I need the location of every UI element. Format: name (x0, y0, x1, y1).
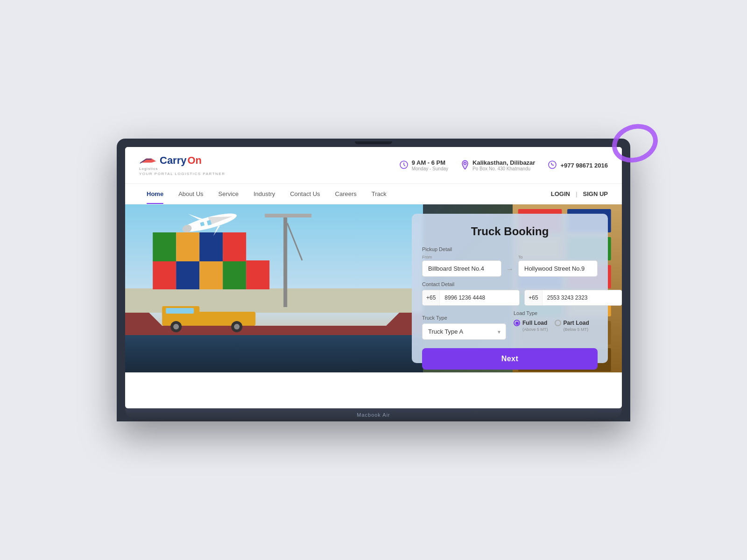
svg-rect-12 (176, 232, 199, 261)
phone2-input[interactable] (543, 290, 622, 305)
full-load-sub: (Above 5 MT) (522, 327, 548, 332)
full-load-label: Full Load (522, 320, 547, 326)
nav-service[interactable]: Service (211, 184, 246, 204)
next-button[interactable]: Next (422, 348, 598, 370)
nav-signup[interactable]: SIGN UP (583, 190, 608, 197)
phone2-container: +65 (524, 290, 622, 306)
location-main: Kalikasthan, Dilibazar (472, 159, 535, 166)
full-load-option[interactable]: Full Load (Above 5 MT) (514, 320, 548, 332)
tagline: YOUR PORTAL LOGISTICS PARTNER (139, 172, 225, 176)
nav-divider: | (576, 190, 578, 197)
truck-type-container: Truck Type Truck Type A Truck Type B Tru… (422, 310, 506, 340)
nav-about[interactable]: About Us (171, 184, 211, 204)
phone-main: +977 98671 2016 (560, 162, 608, 169)
nav-auth: LOGIN | SIGN UP (551, 190, 608, 197)
svg-point-22 (173, 324, 179, 329)
header-info: 9 AM - 6 PM Monday - Sunday (400, 159, 608, 171)
info-item-phone: +977 98671 2016 (548, 161, 608, 170)
logo: Carry On (139, 154, 225, 167)
nav-industry[interactable]: Industry (246, 184, 282, 204)
laptop-label: Macbook Air (357, 412, 390, 418)
phone2-field: +65 (524, 290, 622, 306)
svg-rect-13 (199, 232, 223, 261)
from-field: From (422, 255, 501, 277)
part-load-radio[interactable] (555, 320, 561, 326)
part-load-sub: (Below 5 MT) (564, 327, 589, 332)
nav-login[interactable]: LOGIN (551, 190, 570, 197)
nav-careers[interactable]: Careers (328, 184, 364, 204)
location-sub: Po Box No. 430 Khatmandu (472, 166, 535, 171)
logo-on: On (187, 154, 202, 167)
laptop-base: Macbook Air (125, 408, 622, 421)
form-title: Truck Booking (422, 225, 598, 238)
clock-icon (400, 161, 408, 170)
svg-rect-20 (166, 308, 194, 314)
svg-rect-9 (223, 260, 246, 289)
laptop-frame: Carry On Logistics YOUR PORTAL LOGISTICS… (117, 139, 630, 421)
logo-area: Carry On Logistics YOUR PORTAL LOGISTICS… (139, 154, 225, 176)
part-load-label: Part Load (564, 320, 589, 326)
logo-arrow-icon (139, 156, 157, 165)
arrow-to-icon: → (506, 255, 514, 277)
info-item-location: Kalikasthan, Dilibazar Po Box No. 430 Kh… (461, 159, 535, 171)
location-icon (461, 160, 469, 171)
phone1-prefix: +65 (423, 290, 440, 305)
time-main: 9 AM - 6 PM (412, 159, 448, 166)
load-type-label: Load Type (514, 310, 598, 316)
full-load-row: Full Load (514, 320, 547, 326)
part-load-option[interactable]: Part Load (Below 5 MT) (555, 320, 589, 332)
from-label: From (422, 255, 501, 259)
select-wrapper: Truck Type A Truck Type B Truck Type C ▼ (422, 323, 506, 340)
svg-rect-7 (176, 260, 199, 289)
svg-rect-14 (223, 232, 246, 261)
contact-row: +65 +65 (422, 290, 598, 306)
svg-rect-16 (265, 214, 311, 217)
hero-section: Truck Booking Pickup Detail From → To (125, 204, 622, 372)
nav-contact[interactable]: Contact Us (282, 184, 327, 204)
full-load-radio[interactable] (514, 320, 520, 326)
phone1-input[interactable] (440, 290, 519, 305)
nav-track[interactable]: Track (364, 184, 394, 204)
to-field: To (518, 255, 598, 277)
from-input[interactable] (422, 260, 501, 277)
laptop-screen: Carry On Logistics YOUR PORTAL LOGISTICS… (125, 147, 622, 408)
svg-rect-8 (199, 260, 223, 289)
svg-rect-11 (153, 232, 176, 261)
time-sub: Monday - Sunday (412, 166, 448, 171)
info-item-time: 9 AM - 6 PM Monday - Sunday (400, 159, 448, 171)
laptop-notch (355, 141, 392, 144)
phone-icon (548, 161, 557, 170)
pickup-detail-label: Pickup Detail (422, 246, 598, 252)
nav-links: Home About Us Service Industry Contact U… (139, 184, 394, 204)
svg-rect-15 (283, 214, 287, 307)
nav-home[interactable]: Home (139, 184, 171, 204)
svg-rect-10 (246, 260, 269, 289)
header: Carry On Logistics YOUR PORTAL LOGISTICS… (125, 147, 622, 184)
website: Carry On Logistics YOUR PORTAL LOGISTICS… (125, 147, 622, 372)
phone1-container: +65 (422, 290, 520, 306)
hero-scene-svg (125, 204, 423, 372)
pickup-row: From → To (422, 255, 598, 277)
contact-detail-label: Contact Detail (422, 281, 598, 287)
outer-wrapper: Carry On Logistics YOUR PORTAL LOGISTICS… (117, 139, 630, 421)
logo-carry: Carry (160, 154, 186, 167)
svg-rect-6 (153, 260, 176, 289)
part-load-row: Part Load (555, 320, 589, 326)
phone2-prefix: +65 (525, 290, 542, 305)
load-type-container: Load Type Full Load (Above 5 MT) (514, 310, 598, 332)
radio-options: Full Load (Above 5 MT) Part Load (514, 320, 598, 332)
truck-type-select[interactable]: Truck Type A Truck Type B Truck Type C (422, 323, 506, 340)
bottom-row: Truck Type Truck Type A Truck Type B Tru… (422, 310, 598, 340)
to-input[interactable] (518, 260, 598, 277)
phone1-field: +65 (422, 290, 520, 306)
booking-form: Truck Booking Pickup Detail From → To (412, 214, 608, 363)
to-label: To (518, 255, 598, 259)
logo-logistics: Logistics (139, 167, 158, 171)
truck-type-label: Truck Type (422, 315, 506, 321)
svg-point-24 (234, 324, 240, 329)
navigation: Home About Us Service Industry Contact U… (125, 184, 622, 204)
